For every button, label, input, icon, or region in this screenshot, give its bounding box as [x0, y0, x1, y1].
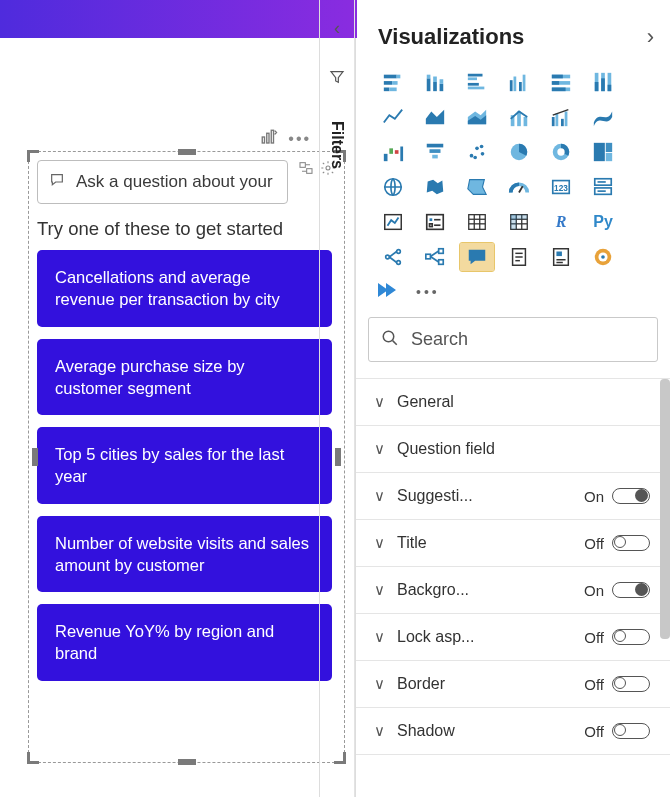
viz-type-key-influencers[interactable]: [376, 243, 410, 271]
viz-type-card[interactable]: 123: [544, 173, 578, 201]
chart-icon[interactable]: [260, 128, 278, 150]
qna-input-wrap[interactable]: [37, 160, 288, 204]
viz-type-100-stacked-column[interactable]: [586, 68, 620, 96]
viz-type-kpi[interactable]: [376, 208, 410, 236]
svg-rect-45: [384, 154, 388, 161]
canvas-header-bar: [0, 0, 357, 38]
viz-type-r-visual[interactable]: R: [544, 208, 578, 236]
format-group-shadow[interactable]: ∨ShadowOff: [356, 708, 670, 755]
viz-type-smart-narrative[interactable]: [544, 243, 578, 271]
viz-type-pie[interactable]: [502, 138, 536, 166]
format-search-box[interactable]: [368, 317, 658, 362]
format-group-title[interactable]: ∨TitleOff: [356, 520, 670, 567]
viz-type-line[interactable]: [376, 103, 410, 131]
toggle[interactable]: Off: [584, 723, 650, 740]
viz-type-clustered-column[interactable]: [502, 68, 536, 96]
viz-type-line-clustered-column[interactable]: [544, 103, 578, 131]
more-visuals-icon[interactable]: •••: [416, 284, 440, 300]
resize-handle-top[interactable]: [178, 149, 196, 155]
svg-point-52: [470, 154, 474, 158]
visualization-gallery: 123RPy: [356, 68, 670, 281]
viz-type-funnel[interactable]: [418, 138, 452, 166]
viz-type-100-stacked-bar[interactable]: [544, 68, 578, 96]
qna-visual-container[interactable]: Try one of these to get started Cancella…: [28, 151, 345, 763]
viz-type-filled-map[interactable]: [418, 173, 452, 201]
qna-suggestion[interactable]: Cancellations and average revenue per tr…: [37, 250, 332, 327]
svg-rect-0: [263, 137, 265, 143]
viz-type-table[interactable]: [460, 208, 494, 236]
format-group-questionfield[interactable]: ∨Question field: [356, 426, 670, 473]
viz-type-clustered-bar[interactable]: [460, 68, 494, 96]
format-group-backgro[interactable]: ∨Backgro...On: [356, 567, 670, 614]
viz-type-scatter[interactable]: [460, 138, 494, 166]
svg-rect-25: [523, 75, 526, 92]
toggle[interactable]: Off: [584, 676, 650, 693]
viz-type-ribbon[interactable]: [586, 103, 620, 131]
more-options-icon[interactable]: •••: [288, 130, 311, 148]
format-group-general[interactable]: ∨General: [356, 379, 670, 426]
resize-handle-left[interactable]: [32, 448, 38, 466]
viz-type-stacked-area[interactable]: [460, 103, 494, 131]
viz-type-map[interactable]: [376, 173, 410, 201]
svg-rect-3: [300, 163, 305, 168]
toggle[interactable]: Off: [584, 629, 650, 646]
toggle[interactable]: Off: [584, 535, 650, 552]
viz-type-stacked-column[interactable]: [418, 68, 452, 96]
viz-type-slicer[interactable]: [418, 208, 452, 236]
qna-suggestion[interactable]: Revenue YoY% by region and brand: [37, 604, 332, 681]
viz-type-decomposition-tree[interactable]: [418, 243, 452, 271]
chevron-right-icon[interactable]: ›: [647, 24, 654, 50]
svg-rect-15: [433, 77, 437, 83]
format-group-border[interactable]: ∨BorderOff: [356, 661, 670, 708]
resize-handle-bottom[interactable]: [178, 759, 196, 765]
svg-rect-35: [601, 78, 605, 91]
viz-type-arcgis[interactable]: [586, 243, 620, 271]
svg-rect-96: [439, 260, 444, 265]
viz-type-treemap[interactable]: [586, 138, 620, 166]
format-group-suggesti[interactable]: ∨Suggesti...On: [356, 473, 670, 520]
svg-rect-40: [524, 117, 528, 126]
viz-type-donut[interactable]: [544, 138, 578, 166]
viz-type-matrix[interactable]: [502, 208, 536, 236]
svg-rect-9: [392, 81, 398, 85]
viz-type-waterfall[interactable]: [376, 138, 410, 166]
svg-rect-31: [552, 88, 566, 92]
qna-suggestion[interactable]: Top 5 cities by sales for the last year: [37, 427, 332, 504]
chevron-left-icon[interactable]: ‹: [334, 18, 340, 39]
svg-point-56: [480, 145, 484, 149]
svg-rect-51: [432, 155, 438, 159]
svg-rect-10: [384, 88, 390, 92]
viz-type-python-visual[interactable]: Py: [586, 208, 620, 236]
filters-pane-collapsed[interactable]: ‹ Filters: [319, 0, 355, 797]
resize-corner-bl[interactable]: [27, 752, 39, 764]
svg-rect-48: [400, 147, 403, 162]
svg-line-64: [519, 186, 523, 192]
format-group-label: Border: [397, 675, 576, 693]
qna-question-input[interactable]: [74, 171, 277, 193]
viz-type-stacked-bar[interactable]: [376, 68, 410, 96]
toggle[interactable]: On: [584, 582, 650, 599]
funnel-icon[interactable]: [329, 69, 345, 89]
convert-visual-icon[interactable]: [298, 160, 314, 180]
svg-rect-18: [468, 74, 483, 77]
svg-rect-95: [439, 249, 444, 254]
viz-type-shape-map[interactable]: [460, 173, 494, 201]
svg-text:123: 123: [554, 184, 568, 193]
format-search-input[interactable]: [409, 328, 645, 351]
viz-type-paginated[interactable]: [502, 243, 536, 271]
viz-type-area[interactable]: [418, 103, 452, 131]
toggle[interactable]: On: [584, 488, 650, 505]
viz-type-line-stacked-column[interactable]: [502, 103, 536, 131]
format-properties-list: ∨General∨Question field∨Suggesti...On∨Ti…: [356, 378, 670, 797]
viz-type-multi-row-card[interactable]: [586, 173, 620, 201]
qna-suggestion[interactable]: Average purchase size by customer segmen…: [37, 339, 332, 416]
viz-type-qna-visual[interactable]: [460, 243, 494, 271]
viz-type-gauge[interactable]: [502, 173, 536, 201]
svg-rect-88: [511, 215, 517, 230]
scrollbar[interactable]: [660, 379, 670, 797]
speech-bubble-icon: [48, 172, 66, 192]
format-group-lockasp[interactable]: ∨Lock asp...Off: [356, 614, 670, 661]
resize-corner-tl[interactable]: [27, 150, 39, 162]
power-automate-icon[interactable]: [376, 281, 400, 303]
qna-suggestion[interactable]: Number of website visits and sales amoun…: [37, 516, 332, 593]
